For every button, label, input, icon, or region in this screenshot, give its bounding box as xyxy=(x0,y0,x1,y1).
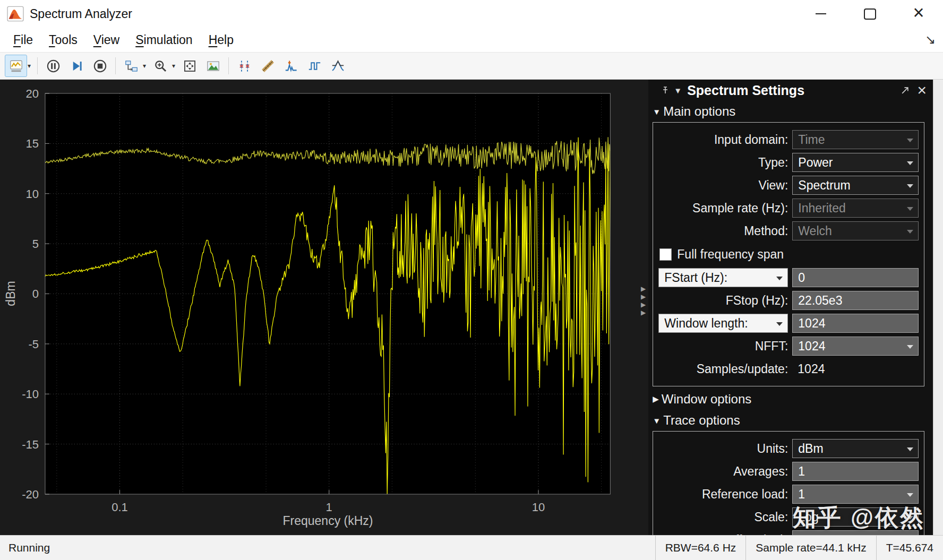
spectrum-plot[interactable]: 0.1110-20-15-10-505101520 xyxy=(0,80,648,535)
full-frequency-span-checkbox[interactable] xyxy=(659,248,672,261)
stop-button[interactable] xyxy=(89,55,111,77)
sample-rate-value: Inherited xyxy=(798,201,846,216)
peak-finder-button[interactable] xyxy=(280,55,302,77)
type-dropdown[interactable]: Power xyxy=(792,153,919,172)
panel-collapse-icon[interactable]: ▼ xyxy=(674,86,682,95)
spectrum-settings-button[interactable] xyxy=(5,55,27,77)
menu-tools[interactable]: Tools xyxy=(41,28,85,52)
y-axis-label: dBm xyxy=(4,281,18,306)
averages-input[interactable]: 1 xyxy=(792,462,919,481)
fit-to-view-icon xyxy=(183,59,197,73)
view-value: Spectrum xyxy=(798,178,850,193)
chevron-down-icon xyxy=(907,184,913,188)
units-dropdown[interactable]: dBm xyxy=(792,439,919,458)
section-window-options[interactable]: ▶ Window options xyxy=(648,389,933,410)
pause-button[interactable] xyxy=(42,55,64,77)
svg-text:0: 0 xyxy=(32,287,39,300)
cursor-measurements-icon xyxy=(237,59,252,73)
offset-label: Offset (Hz): xyxy=(658,533,788,536)
chevron-down-icon xyxy=(907,207,913,211)
spectral-mask-button[interactable] xyxy=(327,55,349,77)
method-label: Method: xyxy=(658,224,788,238)
collapse-triangle-icon: ▼ xyxy=(653,416,661,425)
step-options-icon xyxy=(124,59,139,73)
title-bar: Spectrum Analyzer × xyxy=(0,0,943,28)
offset-input[interactable] xyxy=(792,530,919,535)
scrollbar-track[interactable] xyxy=(933,80,943,535)
fstop-input[interactable]: 22.05e3 xyxy=(792,291,919,310)
dock-arrow-icon[interactable]: ↘ xyxy=(925,32,936,47)
chevron-down-icon xyxy=(907,230,913,234)
splitter-arrow-icon: ▶ xyxy=(641,286,646,292)
signal-statistics-button[interactable] xyxy=(256,55,279,77)
units-label: Units: xyxy=(658,442,788,456)
cursor-measurements-button[interactable] xyxy=(233,55,255,77)
menu-view[interactable]: View xyxy=(85,28,127,52)
type-label: Type: xyxy=(658,156,788,170)
spectrum-settings-icon xyxy=(9,59,23,73)
svg-text:5: 5 xyxy=(32,237,39,251)
stop-icon xyxy=(93,59,107,73)
menu-tools-label: Tools xyxy=(49,33,78,47)
chevron-down-icon xyxy=(907,161,913,165)
settings-panel-header: ▼ Spectrum Settings × xyxy=(648,80,933,101)
undock-icon[interactable] xyxy=(901,86,910,95)
reference-load-combo[interactable]: 1 xyxy=(792,485,919,504)
status-running: Running xyxy=(0,541,50,554)
window-length-mode-label: Window length: xyxy=(664,316,748,331)
method-dropdown[interactable]: Welch xyxy=(792,221,919,240)
run-icon xyxy=(70,59,84,73)
scale-label: Scale: xyxy=(658,510,788,524)
pin-icon[interactable] xyxy=(661,86,670,94)
collapse-triangle-icon: ▼ xyxy=(653,107,661,116)
menu-file-label: File xyxy=(13,33,33,47)
panel-splitter-handle[interactable]: ▶ ▶ ▶ ▶ xyxy=(641,286,646,316)
pause-icon xyxy=(46,59,61,73)
svg-text:-15: -15 xyxy=(22,438,39,451)
close-button[interactable]: × xyxy=(894,0,943,28)
splitter-arrow-icon: ▶ xyxy=(641,301,646,308)
svg-text:15: 15 xyxy=(25,137,38,150)
settings-dropdown-arrow-icon[interactable]: ▾ xyxy=(28,62,31,70)
zoom-button[interactable] xyxy=(149,55,172,77)
snapshot-button[interactable] xyxy=(202,55,224,77)
full-frequency-span-label: Full frequency span xyxy=(677,247,784,262)
menu-help[interactable]: Help xyxy=(201,28,242,52)
maximize-icon xyxy=(864,8,876,20)
bilevel-measurements-icon xyxy=(307,59,322,73)
step-options-button[interactable] xyxy=(120,55,142,77)
averages-value: 1 xyxy=(798,464,805,479)
section-trace-options[interactable]: ▼ Trace options xyxy=(648,410,933,431)
window-length-mode-dropdown[interactable]: Window length: xyxy=(658,314,788,333)
maximize-button[interactable] xyxy=(845,0,894,28)
app-icon xyxy=(6,6,24,22)
section-main-options[interactable]: ▼ Main options xyxy=(648,101,933,122)
zoom-icon xyxy=(153,59,168,73)
input-domain-value: Time xyxy=(798,133,825,147)
fstart-input[interactable]: 0 xyxy=(792,268,919,287)
scale-value: Log xyxy=(798,510,818,524)
zoom-dropdown-arrow-icon[interactable]: ▾ xyxy=(172,62,175,70)
reference-load-label: Reference load: xyxy=(658,487,788,502)
nfft-combo[interactable]: 1024 xyxy=(792,337,919,356)
nfft-value: 1024 xyxy=(798,339,825,354)
sample-rate-dropdown[interactable]: Inherited xyxy=(792,199,919,218)
fit-to-view-button[interactable] xyxy=(178,55,201,77)
fstart-mode-dropdown[interactable]: FStart (Hz): xyxy=(658,268,788,287)
menu-file[interactable]: File xyxy=(5,28,41,52)
panel-close-icon[interactable]: × xyxy=(917,82,927,98)
menu-simulation[interactable]: Simulation xyxy=(127,28,200,52)
svg-text:-5: -5 xyxy=(28,338,39,351)
input-domain-dropdown[interactable]: Time xyxy=(792,130,919,149)
step-options-dropdown-arrow-icon[interactable]: ▾ xyxy=(143,62,146,70)
run-button[interactable] xyxy=(65,55,88,77)
panel-title: Spectrum Settings xyxy=(687,83,804,98)
svg-text:-10: -10 xyxy=(22,387,39,401)
svg-text:-20: -20 xyxy=(22,488,39,501)
bilevel-measurements-button[interactable] xyxy=(303,55,325,77)
window-length-input[interactable]: 1024 xyxy=(792,314,919,333)
scale-dropdown[interactable]: Log xyxy=(792,507,919,527)
minimize-button[interactable] xyxy=(796,0,845,28)
menu-simulation-label: Simulation xyxy=(135,33,192,47)
view-dropdown[interactable]: Spectrum xyxy=(792,176,919,195)
